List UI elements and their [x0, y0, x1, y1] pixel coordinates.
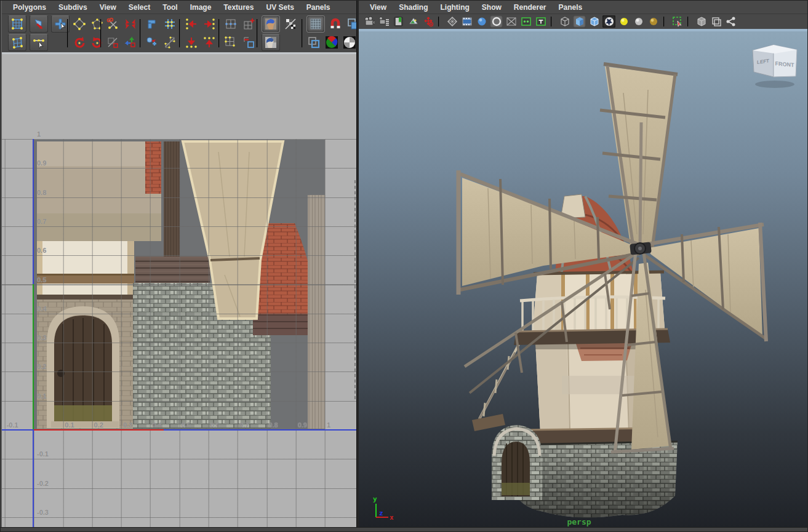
display-unfiltered-button[interactable]	[262, 34, 280, 51]
uv-editor-canvas[interactable]: -0.10.10.20.30.40.50.60.70.80.9110.90.80…	[2, 54, 356, 531]
use-default-lighting-icon[interactable]	[617, 15, 630, 28]
cut-uv-edges-icon[interactable]	[105, 17, 120, 31]
toolbar-separator	[67, 19, 70, 47]
gate-mask-icon[interactable]	[490, 15, 503, 28]
display-image-button[interactable]	[262, 15, 280, 33]
align-right-icon[interactable]	[202, 17, 217, 31]
menu-item[interactable]: View	[94, 2, 122, 13]
toolbar-group-unfold	[145, 15, 177, 52]
menu-item[interactable]: Panels	[300, 2, 337, 13]
entry-annex	[492, 425, 542, 500]
menu-item[interactable]: Shading	[393, 2, 434, 13]
grid-icon[interactable]	[446, 15, 458, 28]
grid-snap-icon[interactable]	[223, 17, 238, 31]
safe-action-icon[interactable]	[519, 15, 532, 28]
uv-lattice-grid-button[interactable]	[8, 15, 26, 33]
menu-item[interactable]: Textures	[217, 2, 260, 13]
uv-editor-toolbar	[2, 14, 356, 52]
v-tick-label: -0.1	[37, 450, 49, 458]
grid-uv-icon[interactable]	[162, 17, 177, 31]
menu-item[interactable]: Renderer	[508, 2, 553, 13]
toolbar-separator	[663, 17, 667, 26]
field-chart-icon[interactable]	[505, 15, 518, 28]
rotate-ccw-icon[interactable]	[72, 35, 87, 50]
sew-uv-edges-icon[interactable]	[123, 17, 138, 31]
toolbar-separator	[551, 17, 554, 26]
toolbar-group-cut-sew	[105, 15, 138, 52]
add-shell-icon[interactable]	[241, 17, 256, 31]
flip-direction-icon[interactable]	[105, 35, 120, 50]
u-tick-label: -0.1	[7, 421, 18, 429]
perspective-viewport[interactable]: LEFT FRONT y x z persp	[359, 31, 808, 531]
remove-shell-icon[interactable]	[241, 35, 256, 50]
image-plane-icon[interactable]	[407, 15, 420, 28]
shaded-icon[interactable]	[573, 15, 586, 28]
plugin-shelf-icon[interactable]	[724, 15, 737, 28]
menu-item[interactable]: View	[364, 2, 393, 13]
toolbar-separator	[687, 17, 691, 26]
layout-uv-icon[interactable]	[145, 35, 159, 50]
viewport-toolbar	[359, 14, 808, 29]
persp-viewport-panel: ViewShadingLightingShowRendererPanels	[359, 1, 808, 531]
flip-selected-button[interactable]	[30, 15, 48, 33]
v-tick-label: -0.3	[37, 509, 49, 516]
camera-attributes-icon[interactable]	[377, 15, 390, 28]
menu-item[interactable]: Select	[122, 2, 156, 13]
resolution-gate-icon[interactable]	[475, 15, 488, 28]
use-selected-lights-icon[interactable]	[647, 15, 660, 28]
select-camera-icon[interactable]	[362, 15, 375, 28]
plaster-wall	[37, 141, 161, 241]
menu-item[interactable]: Subdivs	[52, 2, 94, 13]
brick-patch	[145, 141, 161, 194]
rgb-channels-icon[interactable]	[324, 35, 339, 50]
use-all-lights-icon[interactable]	[632, 15, 645, 28]
menu-item[interactable]: Panels	[553, 2, 589, 13]
toolbar-group-align	[184, 15, 217, 52]
uv-ratio-icon[interactable]	[162, 35, 177, 50]
alpha-channel-icon[interactable]	[342, 35, 357, 50]
align-uv-icon[interactable]	[123, 35, 138, 50]
unfold-uv-icon[interactable]	[145, 17, 159, 31]
toolbar-separator	[218, 19, 221, 47]
xray-active-icon[interactable]	[710, 15, 722, 28]
align-bottom-icon[interactable]	[184, 35, 199, 50]
menu-item[interactable]: Polygons	[7, 2, 52, 13]
dim-image-icon[interactable]	[283, 17, 298, 31]
menu-item[interactable]: UV Sets	[260, 2, 300, 13]
menu-item[interactable]: Lighting	[434, 2, 475, 13]
select-shell-icon[interactable]	[223, 35, 238, 50]
align-top-icon[interactable]	[202, 35, 217, 50]
move-uv-tool-button[interactable]	[30, 34, 48, 51]
bookmarks-icon[interactable]	[392, 15, 405, 28]
wood-planks	[135, 256, 210, 283]
window-bottom-edge	[1, 527, 807, 531]
toolbar-group-shells	[223, 15, 256, 52]
axis-x-label: x	[390, 514, 394, 522]
viewport-render: LEFT FRONT y x z persp	[359, 31, 808, 532]
toolbar-separator	[179, 19, 182, 47]
isolate-select-icon[interactable]	[671, 15, 684, 28]
film-gate-icon[interactable]	[460, 15, 473, 28]
v-tick-label: -0.2	[37, 480, 49, 487]
uv-smooth-icon[interactable]	[72, 17, 87, 31]
wireframe-on-shaded-icon[interactable]	[588, 15, 601, 28]
axis-y-label: y	[373, 495, 377, 503]
safe-title-icon[interactable]	[534, 15, 547, 28]
pixel-snap-icon[interactable]	[328, 17, 343, 31]
display-borders-icon[interactable]	[306, 35, 321, 50]
arched-door	[37, 300, 133, 429]
uv-u-axis-red-segment	[34, 429, 164, 431]
grid-toggle-button[interactable]	[306, 15, 325, 33]
xray-icon[interactable]	[695, 15, 708, 28]
menu-item[interactable]: Tool	[156, 2, 183, 13]
toolbar-separator	[100, 19, 103, 47]
align-left-icon[interactable]	[184, 17, 199, 31]
wireframe-icon[interactable]	[558, 15, 571, 28]
pan-zoom-icon[interactable]	[422, 15, 434, 28]
menu-item[interactable]: Image	[184, 2, 218, 13]
textured-icon[interactable]	[602, 15, 615, 28]
menu-item[interactable]: Show	[476, 2, 508, 13]
u-tick-label: 1	[327, 421, 330, 429]
dark-wood-post	[164, 141, 180, 257]
lattice-tool-button[interactable]	[8, 34, 26, 51]
